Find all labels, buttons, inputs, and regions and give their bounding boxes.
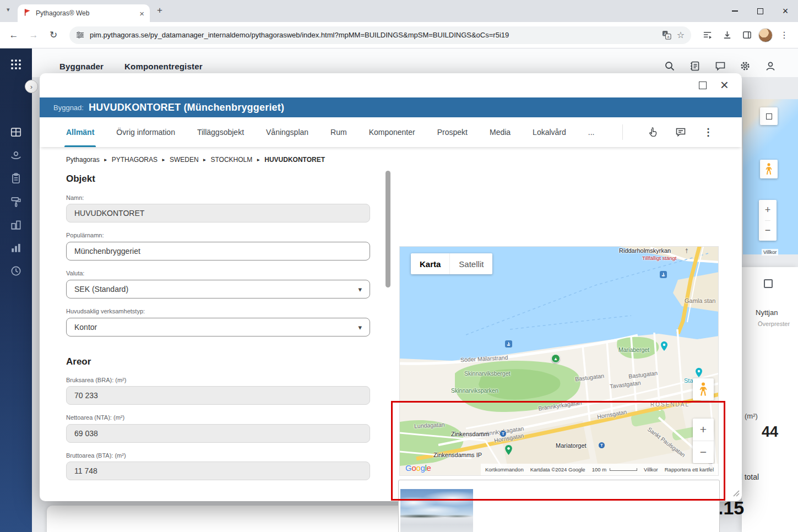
clipboard-icon[interactable] xyxy=(10,172,22,184)
pegman-icon[interactable] xyxy=(760,160,778,178)
translate-icon[interactable]: Aa xyxy=(662,30,671,40)
uploaded-photo-thumbnail[interactable] xyxy=(400,489,473,532)
tab-more[interactable]: ... xyxy=(588,117,595,147)
buildings-icon[interactable] xyxy=(10,219,22,231)
section-areor: Areor xyxy=(66,356,91,367)
ferry-icon[interactable] xyxy=(505,340,512,348)
nav-item-komponentregister[interactable]: Komponentregister xyxy=(124,62,203,71)
tab-lokalvard[interactable]: Lokalvård xyxy=(533,117,566,147)
zoom-in-button[interactable]: + xyxy=(693,419,714,441)
ferry-icon[interactable] xyxy=(660,271,667,278)
address-bar[interactable]: pim.pythagoras.se/py_datamanager_interna… xyxy=(69,26,691,44)
entity-label: Byggnad: xyxy=(53,104,84,112)
dialog-close-icon[interactable]: × xyxy=(720,77,729,94)
download-icon[interactable] xyxy=(719,27,735,44)
sidebar-expand-button[interactable]: › xyxy=(25,80,38,93)
breadcrumb-item[interactable]: Pythagoras xyxy=(66,156,100,164)
browser-menu-icon[interactable]: ⋮ xyxy=(776,27,792,44)
breadcrumb-item[interactable]: STOCKHOLM xyxy=(211,156,253,164)
site-settings-icon[interactable] xyxy=(76,31,84,39)
map-type-control: Karta Satellit xyxy=(411,253,492,274)
user-icon[interactable] xyxy=(764,59,777,73)
dialog-titlebar: Byggnad: HUVUDKONTORET (Münchenbryggerie… xyxy=(40,97,742,117)
verksamhetstyp-select[interactable]: Kontor xyxy=(66,318,370,336)
breadcrumb-item[interactable]: SWEDEN xyxy=(170,156,199,164)
back-icon[interactable]: ← xyxy=(6,27,22,44)
table-icon[interactable] xyxy=(10,126,22,138)
poi-pin-icon[interactable] xyxy=(661,341,667,353)
dialog-menu-icon[interactable]: ⋮ xyxy=(694,126,722,138)
breadcrumb: Pythagoras ► PYTHAGORAS ► SWEDEN ► STOCK… xyxy=(66,156,325,164)
contacts-book-icon[interactable] xyxy=(688,59,702,73)
breadcrumb-item-current: HUVUDKONTORET xyxy=(264,156,325,164)
field-label-namn: Namn: xyxy=(66,194,84,201)
url-text[interactable]: pim.pythagoras.se/py_datamanager_interna… xyxy=(90,31,656,39)
metro-icon[interactable]: T xyxy=(599,442,605,448)
map-zoom-control[interactable]: + − xyxy=(759,200,777,241)
sports-pin-icon[interactable] xyxy=(505,445,512,457)
map-mode-button[interactable]: Karta xyxy=(411,253,449,274)
tab-prospekt[interactable]: Prospekt xyxy=(437,117,468,147)
dialog-maximize-icon[interactable] xyxy=(699,82,707,89)
zoom-out-button[interactable]: − xyxy=(693,441,714,463)
tab-search-icon[interactable]: ▾ xyxy=(7,6,10,13)
dialog-resize-handle[interactable] xyxy=(731,488,740,499)
map-label-zinkensdamm: Zinkensdamm xyxy=(451,431,489,437)
window-close-button[interactable]: × xyxy=(773,0,798,22)
window-minimize-button[interactable] xyxy=(722,0,747,22)
browser-tabstrip: ▾ Pythagoras® Web × + × xyxy=(0,0,798,22)
park-marker-icon[interactable]: ▲ xyxy=(551,354,560,363)
image-upload-area[interactable]: Klicka och välj eller drag och släpp bil… xyxy=(398,480,720,532)
chat-icon[interactable] xyxy=(714,59,727,73)
breadcrumb-separator-icon: ► xyxy=(161,158,166,162)
tab-allmant[interactable]: Allmänt xyxy=(66,117,94,147)
forward-icon[interactable]: → xyxy=(25,27,42,44)
background-map-fragment: + − Villkor xyxy=(743,99,798,254)
bar-chart-icon[interactable] xyxy=(10,242,22,254)
tab-tillaggsobjekt[interactable]: Tilläggsobjekt xyxy=(197,117,244,147)
comments-icon[interactable] xyxy=(667,127,694,138)
hands-icon[interactable] xyxy=(10,149,22,161)
form-scrollbar[interactable] xyxy=(386,171,390,287)
window-maximize-button[interactable] xyxy=(747,0,773,22)
side-panel-icon[interactable] xyxy=(739,27,755,44)
zoom-out-button[interactable]: − xyxy=(765,220,771,241)
tab-media[interactable]: Media xyxy=(490,117,511,147)
profile-avatar[interactable] xyxy=(758,28,773,42)
google-map[interactable]: Riddarholmskyrkan † Tillfälligt stängt G… xyxy=(399,246,719,476)
breadcrumb-item[interactable]: PYTHAGORAS xyxy=(112,156,158,164)
pegman-icon[interactable] xyxy=(693,378,714,400)
settings-gear-icon[interactable] xyxy=(739,59,752,73)
zoom-in-button[interactable]: + xyxy=(765,200,771,220)
map-report-link[interactable]: Rapportera ett kartfel xyxy=(665,466,714,473)
popularnamn-field[interactable]: Münchenbryggeriet xyxy=(66,242,370,260)
church-icon: † xyxy=(685,248,688,254)
paint-roller-icon[interactable] xyxy=(10,196,22,208)
valuta-select[interactable]: SEK (Standard) xyxy=(66,280,370,298)
bookmark-star-icon[interactable]: ☆ xyxy=(677,30,685,40)
tab-rum[interactable]: Rum xyxy=(330,117,347,147)
satellite-mode-button[interactable]: Satellit xyxy=(449,253,492,274)
media-controls-icon[interactable] xyxy=(699,27,715,44)
browser-tab[interactable]: Pythagoras® Web × xyxy=(18,4,150,22)
search-icon[interactable] xyxy=(663,59,676,73)
map-terms-link[interactable]: Villkor xyxy=(762,249,778,256)
map-terms-link[interactable]: Villkor xyxy=(644,466,658,473)
tab-komponenter[interactable]: Komponenter xyxy=(369,117,415,147)
breadcrumb-separator-icon: ► xyxy=(203,158,207,162)
new-tab-button[interactable]: + xyxy=(157,5,162,16)
checkbox-icon[interactable] xyxy=(764,279,773,288)
map-label-tillfalligt-stangt: Tillfälligt stängt xyxy=(642,255,676,261)
map-shortcuts-link[interactable]: Kortkommandon xyxy=(485,466,524,473)
metro-icon[interactable]: T xyxy=(500,431,506,437)
tab-ovrig-information[interactable]: Övrig information xyxy=(116,117,175,147)
touch-hand-icon[interactable] xyxy=(639,127,667,138)
map-fullscreen-button[interactable] xyxy=(760,107,778,125)
tab-vaningsplan[interactable]: Våningsplan xyxy=(266,117,308,147)
reload-icon[interactable]: ↻ xyxy=(45,27,62,44)
tab-close-icon[interactable]: × xyxy=(139,9,144,18)
apps-grid-icon[interactable] xyxy=(10,58,22,73)
poi-pin-icon[interactable] xyxy=(696,368,702,379)
clock-icon[interactable] xyxy=(10,265,22,277)
nav-item-byggnader[interactable]: Byggnader xyxy=(59,62,104,71)
